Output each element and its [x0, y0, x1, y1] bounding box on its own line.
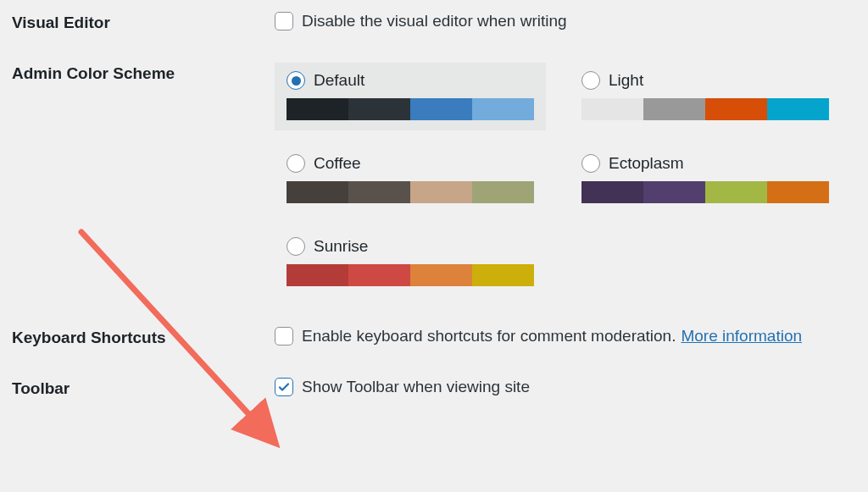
color-scheme-header: Sunrise	[287, 237, 534, 256]
color-swatch	[410, 181, 472, 203]
more-information-link[interactable]: More information	[681, 327, 802, 346]
color-scheme-name: Ectoplasm	[609, 154, 684, 173]
keyboard-shortcuts-row: Keyboard Shortcuts Enable keyboard short…	[12, 327, 856, 347]
color-scheme-grid: DefaultLightCoffeeEctoplasmSunrise	[275, 63, 868, 296]
color-swatch	[348, 181, 410, 203]
color-swatch	[581, 181, 643, 203]
color-scheme-radio[interactable]	[287, 154, 305, 173]
color-swatch	[767, 181, 829, 203]
color-scheme-option-light[interactable]: Light	[570, 63, 841, 130]
admin-color-scheme-label: Admin Color Scheme	[12, 63, 275, 83]
color-scheme-header: Default	[287, 71, 534, 90]
color-swatch	[287, 98, 348, 120]
color-scheme-option-ectoplasm[interactable]: Ectoplasm	[570, 146, 841, 213]
color-swatch	[348, 264, 410, 286]
color-scheme-option-sunrise[interactable]: Sunrise	[275, 229, 546, 296]
visual-editor-row: Visual Editor Disable the visual editor …	[12, 12, 856, 32]
color-swatch	[643, 98, 705, 120]
color-scheme-option-coffee[interactable]: Coffee	[275, 146, 546, 213]
keyboard-shortcuts-checkbox-label: Enable keyboard shortcuts for comment mo…	[302, 327, 676, 346]
keyboard-shortcuts-label: Keyboard Shortcuts	[12, 327, 275, 347]
profile-settings-form: Visual Editor Disable the visual editor …	[0, 0, 868, 410]
color-swatch	[643, 181, 705, 203]
check-icon	[277, 380, 291, 394]
color-swatches	[287, 98, 534, 120]
color-swatch	[472, 181, 534, 203]
toolbar-row: Toolbar Show Toolbar when viewing site	[12, 378, 856, 398]
color-scheme-name: Coffee	[314, 154, 361, 173]
color-swatch	[287, 264, 348, 286]
radio-dot-icon	[292, 76, 301, 86]
color-scheme-header: Ectoplasm	[581, 154, 829, 173]
keyboard-shortcuts-checkbox[interactable]	[275, 327, 293, 346]
color-swatch	[472, 264, 534, 286]
color-swatch	[472, 98, 534, 120]
color-scheme-header: Light	[581, 71, 829, 90]
visual-editor-checkbox-label: Disable the visual editor when writing	[302, 12, 567, 30]
toolbar-checkbox-label: Show Toolbar when viewing site	[302, 378, 530, 396]
color-scheme-name: Sunrise	[314, 237, 368, 256]
color-scheme-radio[interactable]	[581, 71, 600, 90]
admin-color-scheme-field: DefaultLightCoffeeEctoplasmSunrise	[275, 63, 868, 296]
color-swatch	[287, 181, 348, 203]
color-scheme-name: Default	[314, 71, 364, 90]
color-swatch	[767, 98, 829, 120]
visual-editor-field: Disable the visual editor when writing	[275, 12, 856, 30]
color-scheme-name: Light	[609, 71, 643, 90]
color-swatch	[348, 98, 410, 120]
color-swatch	[705, 98, 767, 120]
color-scheme-option-default[interactable]: Default	[275, 63, 546, 130]
color-swatches	[287, 181, 534, 203]
keyboard-shortcuts-field: Enable keyboard shortcuts for comment mo…	[275, 327, 856, 346]
color-scheme-radio[interactable]	[287, 71, 305, 90]
color-swatch	[581, 98, 643, 120]
color-swatch	[705, 181, 767, 203]
toolbar-checkbox[interactable]	[275, 378, 293, 396]
color-swatch	[410, 98, 472, 120]
toolbar-label: Toolbar	[12, 378, 275, 398]
color-scheme-header: Coffee	[287, 154, 534, 173]
color-scheme-radio[interactable]	[581, 154, 600, 173]
visual-editor-label: Visual Editor	[12, 12, 275, 32]
color-swatches	[581, 98, 829, 120]
color-swatches	[287, 264, 534, 286]
color-swatch	[410, 264, 472, 286]
admin-color-scheme-row: Admin Color Scheme DefaultLightCoffeeEct…	[12, 63, 856, 296]
color-swatches	[581, 181, 829, 203]
color-scheme-radio[interactable]	[287, 237, 305, 256]
visual-editor-checkbox[interactable]	[275, 12, 293, 30]
toolbar-field: Show Toolbar when viewing site	[275, 378, 856, 396]
